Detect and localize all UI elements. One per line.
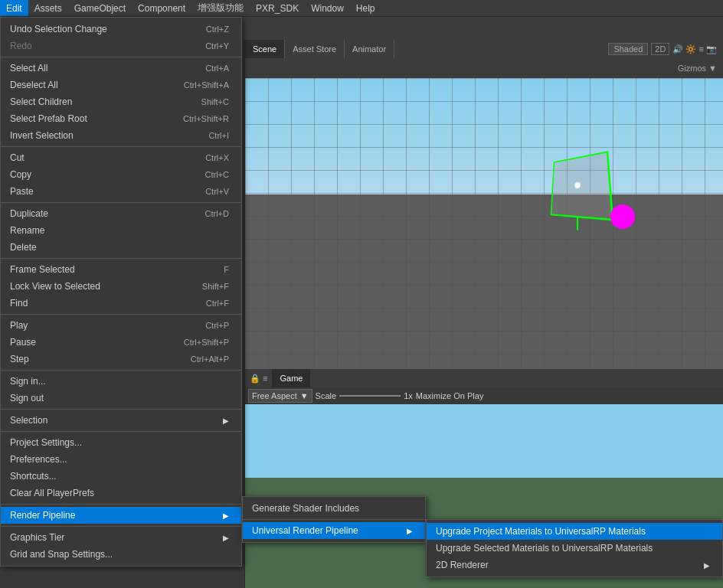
scene-controls: 🔊 🔆 ≡ 📷: [672, 44, 717, 54]
separator-4: [1, 258, 241, 259]
separator-10: [1, 526, 241, 527]
2d-renderer-arrow-icon: ▶: [704, 561, 710, 570]
render-pipeline-submenu: Generate Shader Includes Universal Rende…: [242, 496, 426, 543]
menu-item-preferences[interactable]: Preferences...: [1, 451, 241, 468]
universal-rp-submenu: Upgrade Project Materials to UniversalRP…: [426, 519, 723, 577]
selection-arrow-icon: ▶: [223, 416, 229, 425]
2d-button[interactable]: 2D: [651, 43, 669, 55]
menu-item-step[interactable]: Step Ctrl+Alt+P: [1, 351, 241, 368]
menu-pxr[interactable]: PXR_SDK: [250, 0, 305, 16]
tab-asset-store[interactable]: Asset Store: [285, 40, 345, 58]
menu-item-render-pipeline[interactable]: Render Pipeline ▶: [1, 507, 241, 524]
separator-9: [1, 504, 241, 505]
scale-control: Scale 1x: [316, 391, 413, 400]
submenu-universal-rp[interactable]: Universal Render Pipeline ▶: [243, 522, 425, 539]
tab-scene[interactable]: Scene: [245, 40, 285, 58]
menu-item-sign-out[interactable]: Sign out: [1, 390, 241, 407]
render-pipeline-arrow-icon: ▶: [223, 511, 229, 520]
scene-sphere-object[interactable]: [610, 204, 635, 229]
menu-help[interactable]: Help: [350, 0, 381, 16]
separator-3: [1, 202, 241, 203]
menu-item-sign-in[interactable]: Sign in...: [1, 373, 241, 390]
scene-grid: [245, 78, 723, 369]
separator-5: [1, 314, 241, 315]
menu-extension[interactable]: 增强版功能: [191, 0, 250, 16]
cube-center-dot: [574, 182, 581, 188]
rp-separator-1: [243, 519, 425, 520]
menu-item-find[interactable]: Find Ctrl+F: [1, 295, 241, 312]
menu-item-shortcuts[interactable]: Shortcuts...: [1, 468, 241, 485]
menu-item-clear-player-prefs[interactable]: Clear All PlayerPrefs: [1, 485, 241, 501]
submenu-generate-shader[interactable]: Generate Shader Includes: [243, 500, 425, 517]
menu-component[interactable]: Component: [132, 0, 191, 16]
edit-dropdown-menu: Undo Selection Change Ctrl+Z Redo Ctrl+Y…: [0, 17, 242, 567]
menu-item-copy[interactable]: Copy Ctrl+C: [1, 166, 241, 183]
menu-item-cut[interactable]: Cut Ctrl+X: [1, 149, 241, 166]
submenu-2d-renderer[interactable]: 2D Renderer ▶: [427, 557, 722, 573]
graphics-tier-arrow-icon: ▶: [223, 534, 229, 542]
menu-item-undo[interactable]: Undo Selection Change Ctrl+Z: [1, 21, 241, 38]
shaded-dropdown[interactable]: Shaded: [608, 43, 648, 55]
menu-item-project-settings[interactable]: Project Settings...: [1, 434, 241, 451]
menu-window[interactable]: Window: [305, 0, 350, 16]
menu-item-selection[interactable]: Selection ▶: [1, 412, 241, 429]
separator-7: [1, 409, 241, 410]
menu-item-delete[interactable]: Delete: [1, 239, 241, 256]
menu-item-grid-snap[interactable]: Grid and Snap Settings...: [1, 546, 241, 563]
menu-item-select-all[interactable]: Select All Ctrl+A: [1, 60, 241, 77]
tab-animator[interactable]: Animator: [345, 40, 394, 58]
game-tab-bar: 🔒 ≡ Game: [245, 369, 723, 387]
universal-rp-arrow-icon: ▶: [407, 527, 413, 535]
game-toolbar: Free Aspect ▼ Scale 1x Maximize On Play: [245, 387, 723, 404]
scene-tab-bar: Scene Asset Store Animator Shaded 2D 🔊 🔆…: [245, 40, 723, 58]
menu-item-play[interactable]: Play Ctrl+P: [1, 317, 241, 334]
scale-slider[interactable]: [339, 395, 401, 397]
gizmos-button[interactable]: Gizmos ▼: [678, 64, 717, 73]
separator-8: [1, 431, 241, 432]
menu-item-graphics-tier[interactable]: Graphics Tier ▶: [1, 529, 241, 546]
separator-6: [1, 370, 241, 371]
menu-assets[interactable]: Assets: [28, 0, 68, 16]
menu-item-deselect-all[interactable]: Deselect All Ctrl+Shift+A: [1, 77, 241, 93]
separator-2: [1, 146, 241, 147]
menu-item-rename[interactable]: Rename: [1, 222, 241, 239]
scene-cube-object[interactable]: [551, 151, 614, 220]
menubar: Edit Assets GameObject Component 增强版功能 P…: [0, 0, 723, 17]
submenu-upgrade-selected[interactable]: Upgrade Selected Materials to UniversalR…: [427, 540, 722, 557]
menu-item-invert-selection[interactable]: Invert Selection Ctrl+I: [1, 127, 241, 144]
menu-gameobject[interactable]: GameObject: [68, 0, 132, 16]
menu-item-frame-selected[interactable]: Frame Selected F: [1, 261, 241, 278]
menu-item-duplicate[interactable]: Duplicate Ctrl+D: [1, 205, 241, 222]
aspect-selector[interactable]: Free Aspect ▼: [248, 389, 312, 403]
separator-1: [1, 57, 241, 57]
scene-view: Scene Asset Store Animator Shaded 2D 🔊 🔆…: [245, 40, 723, 369]
menu-item-pause[interactable]: Pause Ctrl+Shift+P: [1, 334, 241, 351]
menu-item-select-children[interactable]: Select Children Shift+C: [1, 93, 241, 110]
menu-edit[interactable]: Edit: [0, 0, 28, 16]
menu-item-lock-view[interactable]: Lock View to Selected Shift+F: [1, 278, 241, 295]
tab-game[interactable]: Game: [272, 369, 310, 387]
menu-item-redo[interactable]: Redo Ctrl+Y: [1, 38, 241, 54]
menu-item-select-prefab-root[interactable]: Select Prefab Root Ctrl+Shift+R: [1, 110, 241, 127]
scene-content: [245, 78, 723, 369]
submenu-upgrade-project[interactable]: Upgrade Project Materials to UniversalRP…: [427, 523, 722, 540]
menu-item-paste[interactable]: Paste Ctrl+V: [1, 183, 241, 200]
maximize-on-play[interactable]: Maximize On Play: [416, 391, 484, 400]
